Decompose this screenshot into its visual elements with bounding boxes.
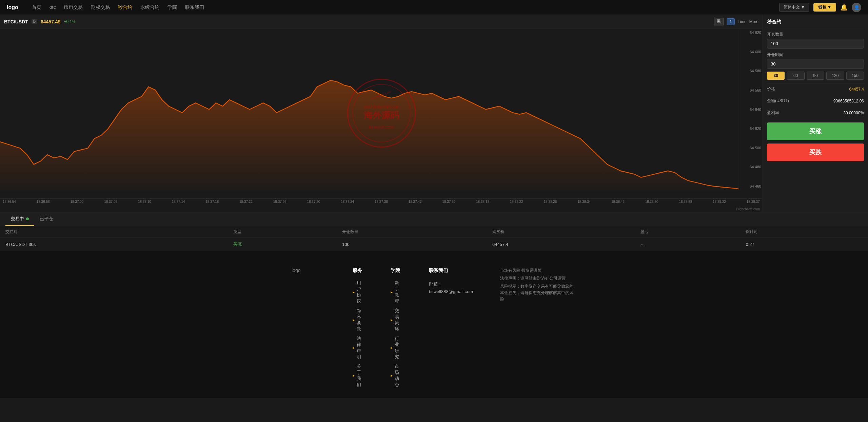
time-button[interactable]: Time xyxy=(737,19,746,24)
price-row: 价格 64457.4 xyxy=(767,83,864,93)
row-countdown: 0:27 xyxy=(740,238,868,251)
time-tick: 18:38:12 xyxy=(476,200,489,206)
avatar[interactable]: 👤 xyxy=(852,3,861,12)
main-nav: 首页 otc 币币交易 期权交易 秒合约 永续合约 学院 联系我们 xyxy=(32,3,779,12)
time-tick: 18:39:22 xyxy=(713,200,726,206)
nav-options[interactable]: 期权交易 xyxy=(91,3,110,12)
col-qty: 开仓数量 xyxy=(337,226,487,238)
nav-perpetual[interactable]: 永续合约 xyxy=(140,3,159,12)
time-tick: 18:37:18 xyxy=(205,200,219,206)
col-pnl: 盈亏 xyxy=(635,226,740,238)
price-display: 64457.4$ xyxy=(41,19,60,24)
nav-second-contract[interactable]: 秒合约 xyxy=(118,3,132,12)
time-tick: 18:37:50 xyxy=(442,200,455,206)
price-label: 价格 xyxy=(767,86,775,92)
row-pair: BTC/USDT 30s xyxy=(0,238,228,251)
time-tick: 18:37:42 xyxy=(409,200,422,206)
price-tick-1: 64 620 xyxy=(741,31,761,35)
time-tick: 18:38:50 xyxy=(645,200,658,206)
time-axis: 18:36:54 18:36:58 18:37:00 18:37:06 18:3… xyxy=(0,198,763,207)
nav-academy[interactable]: 学院 xyxy=(167,3,177,12)
footer-services-title: 服务 xyxy=(353,268,363,274)
time-opt-90[interactable]: 90 xyxy=(807,72,824,80)
footer-services-col: 服务 ▶用户协议 ▶隐私条款 ▶法律声明 ▶关于我们 xyxy=(353,268,363,388)
logo[interactable]: logo xyxy=(7,4,18,11)
col-type: 类型 xyxy=(228,226,337,238)
amount-row: 金额(USDT) 93663585812.06 xyxy=(767,97,864,105)
time-opt-120[interactable]: 120 xyxy=(826,72,844,80)
tab-closed-trades[interactable]: 已平仓 xyxy=(34,212,58,226)
row-qty: 100 xyxy=(337,238,487,251)
time-tick: 18:39:37 xyxy=(747,200,760,206)
footer-inner: logo 服务 ▶用户协议 ▶隐私条款 ▶法律声明 ▶关于我们 学院 ▶新手教程… xyxy=(231,268,637,388)
footer-link-research[interactable]: ▶行业研究 xyxy=(391,335,401,360)
footer-legal-line-1: 市场有风险 投资需谨慎 xyxy=(500,268,576,273)
amount-label: 金额(USDT) xyxy=(767,98,789,104)
price-tick-4: 64 560 xyxy=(741,88,761,92)
time-opt-60[interactable]: 60 xyxy=(787,72,804,80)
wallet-button[interactable]: 钱包 ▼ xyxy=(813,3,836,12)
price-change: +0.1% xyxy=(64,19,75,24)
bell-icon[interactable]: 🔔 xyxy=(840,4,848,11)
table-row: BTC/USDT 30s 买涨 100 64457.4 -- 0:27 xyxy=(0,238,868,251)
index-button[interactable]: 1 xyxy=(727,18,735,25)
footer-link-market[interactable]: ▶市场动态 xyxy=(391,363,401,388)
pair-label: BTC/USDT xyxy=(4,19,28,24)
time-tick: 18:38:42 xyxy=(611,200,625,206)
time-tick: 18:37:00 xyxy=(70,200,83,206)
footer-legal-line-3: 风险提示：数字资产交易有可能导致您的本金损失，请确保您充分理解解其中的风险 xyxy=(500,283,576,303)
profit-value: 30.00000% xyxy=(843,111,864,115)
col-countdown: 倒计时 xyxy=(740,226,868,238)
bottom-section: 交易中 已平仓 交易对 类型 开仓数量 购买价 盈亏 倒计时 BTC/USDT … xyxy=(0,212,868,251)
buy-rise-button[interactable]: 买涨 xyxy=(767,122,864,140)
time-tick: 18:38:34 xyxy=(577,200,591,206)
header: logo 首页 otc 币币交易 期权交易 秒合约 永续合约 学院 联系我们 简… xyxy=(0,0,868,15)
footer-contact-title: 联系我们 xyxy=(429,268,473,274)
open-qty-input[interactable] xyxy=(767,39,864,49)
price-tick-9: 64 460 xyxy=(741,184,761,188)
footer: logo 服务 ▶用户协议 ▶隐私条款 ▶法律声明 ▶关于我们 学院 ▶新手教程… xyxy=(0,251,868,398)
dark-mode-button[interactable]: 黑 xyxy=(714,18,724,25)
time-tick: 18:37:22 xyxy=(239,200,253,206)
buy-fall-button[interactable]: 买跌 xyxy=(767,143,864,161)
time-tick: 18:38:26 xyxy=(544,200,557,206)
price-chart xyxy=(0,28,739,190)
footer-link-strategy[interactable]: ▶交易策略 xyxy=(391,308,401,332)
footer-academy-title: 学院 xyxy=(391,268,401,274)
time-tick: 18:38:58 xyxy=(679,200,692,206)
price-tick-8: 64 480 xyxy=(741,165,761,169)
time-tick: 18:37:34 xyxy=(341,200,354,206)
lang-button[interactable]: 简体中文 ▼ xyxy=(779,3,809,12)
footer-legal-col: 市场有风险 投资需谨慎 法律声明：该网站由BitWell公司运营 风险提示：数字… xyxy=(500,268,576,303)
footer-legal-line-2: 法律声明：该网站由BitWell公司运营 xyxy=(500,275,576,281)
price-tick-2: 64 600 xyxy=(741,50,761,54)
more-button[interactable]: More xyxy=(749,19,758,24)
footer-link-about[interactable]: ▶关于我们 xyxy=(353,363,363,388)
chart-container: BTC/USDT D 64457.4$ +0.1% 黑 1 Time More … xyxy=(0,15,763,212)
nav-contact[interactable]: 联系我们 xyxy=(185,3,204,12)
footer-link-user-agreement[interactable]: ▶用户协议 xyxy=(353,280,363,304)
nav-otc[interactable]: otc xyxy=(50,3,56,12)
time-opt-150[interactable]: 150 xyxy=(846,72,864,80)
time-tick: 18:37:10 xyxy=(138,200,151,206)
footer-link-legal[interactable]: ▶法律声明 xyxy=(353,335,363,360)
trades-table: 交易对 类型 开仓数量 购买价 盈亏 倒计时 BTC/USDT 30s 买涨 1… xyxy=(0,226,868,251)
price-tick-6: 64 520 xyxy=(741,127,761,131)
open-time-input[interactable] xyxy=(767,59,864,69)
footer-contact-email: 邮箱： bitwell888@gmail.com xyxy=(429,280,473,296)
footer-academy-col: 学院 ▶新手教程 ▶交易策略 ▶行业研究 ▶市场动态 xyxy=(391,268,401,388)
time-opt-30[interactable]: 30 xyxy=(767,72,785,80)
footer-logo: logo xyxy=(292,268,300,273)
profit-row: 盈利率 30.00000% xyxy=(767,109,864,117)
footer-link-privacy[interactable]: ▶隐私条款 xyxy=(353,308,363,332)
pair-badge: D xyxy=(32,19,37,24)
time-tick: 18:37:14 xyxy=(172,200,185,206)
nav-home[interactable]: 首页 xyxy=(32,3,41,12)
open-qty-group: 开仓数量 xyxy=(767,32,864,49)
time-tick: 18:36:58 xyxy=(37,200,50,206)
nav-spot[interactable]: 币币交易 xyxy=(64,3,83,12)
time-tick: 18:36:54 xyxy=(3,200,16,206)
active-dot xyxy=(26,217,29,220)
tab-active-trades[interactable]: 交易中 xyxy=(5,212,34,226)
footer-link-beginner[interactable]: ▶新手教程 xyxy=(391,280,401,304)
